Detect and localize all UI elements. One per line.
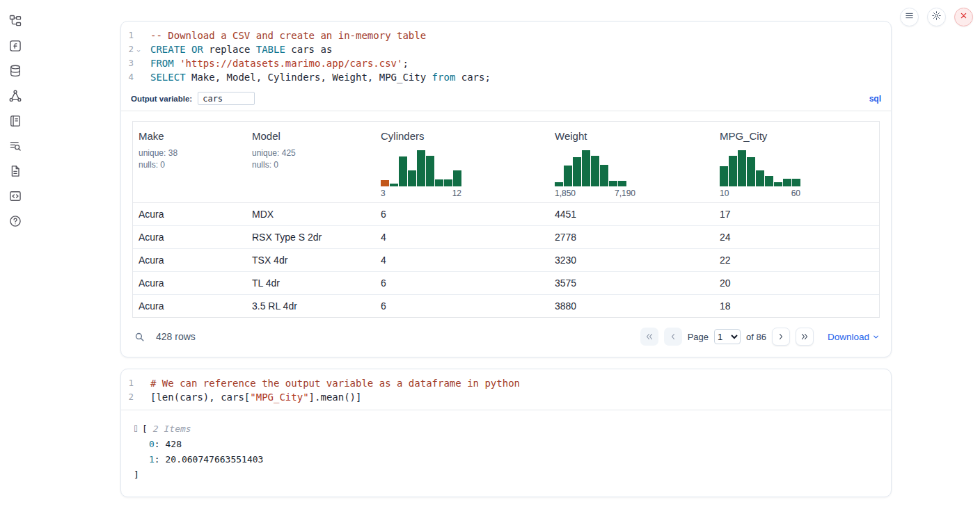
fold-gutter (134, 70, 143, 84)
collapse-chevron-icon[interactable]: ⌷ (134, 421, 142, 437)
snippets-button[interactable] (8, 190, 23, 205)
code-text[interactable]: CREATE OR replace TABLE cars as (143, 42, 332, 56)
column-name: Make (139, 130, 241, 142)
settings-gear-button[interactable] (927, 8, 946, 26)
axis-min-label: 3 (381, 188, 386, 198)
output-tree-items: 0: 4281: 20.060747663551403 (134, 437, 878, 467)
histogram-bar[interactable] (417, 150, 425, 186)
next-page-button[interactable] (772, 328, 790, 346)
notebook-outline-icon (8, 114, 22, 131)
output-variable-input[interactable] (198, 92, 255, 105)
histogram-bar[interactable] (747, 157, 755, 186)
output-tree-item: 0: 428 (134, 437, 878, 452)
histogram-bar[interactable] (618, 181, 626, 186)
column-name: Weight (555, 130, 709, 142)
table-row[interactable]: Acura3.5 RL 4dr6388018 (133, 295, 879, 317)
histogram-bar[interactable] (399, 156, 407, 186)
histogram-bar[interactable] (444, 179, 452, 186)
page-select[interactable]: 1 (714, 329, 741, 344)
histogram-bar[interactable] (435, 179, 443, 186)
table-row[interactable]: AcuraTSX 4dr4323022 (133, 249, 879, 272)
python-code-editor[interactable]: 1# We can reference the output variable … (121, 369, 891, 410)
table-cell: Acura (133, 226, 246, 248)
table-cell: RSX Type S 2dr (246, 226, 375, 248)
code-text[interactable]: -- Download a CSV and create an in-memor… (143, 29, 426, 42)
table-row[interactable]: AcuraMDX6445117 (133, 203, 879, 226)
search-icon[interactable] (132, 330, 146, 344)
histogram-bar[interactable] (564, 166, 572, 186)
fold-gutter (134, 56, 143, 70)
histogram-bar[interactable] (792, 179, 800, 186)
dependency-graph-button[interactable] (8, 90, 23, 105)
documentation-button[interactable] (8, 165, 23, 180)
histogram-bars (381, 150, 461, 186)
page-label: Page (688, 332, 709, 342)
histogram-bar[interactable] (408, 170, 416, 186)
notebook-area: 1-- Download a CSV and create an in-memo… (120, 21, 892, 497)
table-cell: 4 (375, 226, 549, 248)
histogram-bars (555, 150, 635, 186)
column-header-cylinders[interactable]: Cylinders312 (375, 130, 549, 198)
first-page-button[interactable] (640, 328, 658, 346)
histogram-axis-labels: 1060 (720, 188, 800, 198)
histogram-bar[interactable] (453, 170, 461, 186)
datasources-icon (8, 64, 22, 81)
close-button[interactable] (954, 8, 973, 26)
histogram-bar[interactable] (738, 150, 746, 186)
table-cell: Acura (133, 272, 246, 294)
line-number: 3 (125, 56, 134, 70)
column-histogram: 312 (381, 150, 461, 198)
close-bracket: ] (134, 467, 878, 483)
settings-gear-icon (931, 10, 942, 24)
table-cell: 3880 (549, 295, 714, 317)
histogram-bar[interactable] (720, 166, 728, 186)
histogram-bar[interactable] (783, 179, 791, 186)
histogram-bar[interactable] (582, 150, 590, 186)
histogram-bar[interactable] (729, 156, 737, 186)
histogram-bar[interactable] (426, 156, 434, 186)
menu-button[interactable] (900, 8, 919, 26)
sql-code-editor[interactable]: 1-- Download a CSV and create an in-memo… (121, 22, 891, 90)
histogram-bar[interactable] (591, 156, 599, 186)
column-header-model[interactable]: Modelunique: 425nulls: 0 (246, 130, 375, 198)
code-text[interactable]: SELECT Make, Model, Cylinders, Weight, M… (143, 70, 491, 84)
histogram-bar[interactable] (381, 180, 389, 186)
output-tree-header: ⌷ [ 2 Items (134, 421, 878, 437)
axis-max-label: 12 (452, 188, 461, 198)
variables-button[interactable] (8, 40, 23, 55)
histogram-bar[interactable] (555, 182, 563, 186)
column-name: Model (252, 130, 370, 142)
line-number: 1 (125, 29, 134, 42)
datasources-button[interactable] (8, 65, 23, 80)
column-header-make[interactable]: Makeunique: 38nulls: 0 (133, 130, 246, 198)
last-page-button[interactable] (796, 328, 814, 346)
notebook-outline-button[interactable] (8, 115, 23, 130)
histogram-bar[interactable] (774, 182, 782, 186)
fold-gutter (134, 29, 143, 42)
column-header-weight[interactable]: Weight1,8507,190 (549, 130, 714, 198)
dependency-graph-icon (8, 89, 22, 106)
code-text[interactable]: # We can reference the output variable a… (143, 376, 520, 390)
table-cell: 3575 (549, 272, 714, 294)
previous-page-button[interactable] (664, 328, 682, 346)
histogram-bar[interactable] (390, 184, 398, 186)
table-cell: 22 (714, 249, 879, 271)
file-tree-button[interactable] (8, 15, 23, 30)
logs-button[interactable] (8, 140, 23, 155)
code-line: 3FROM 'https://datasets.marimo.app/cars.… (125, 56, 891, 70)
download-button[interactable]: Download (828, 332, 880, 342)
histogram-bar[interactable] (573, 157, 581, 186)
table-row[interactable]: AcuraRSX Type S 2dr4277824 (133, 226, 879, 249)
table-row[interactable]: AcuraTL 4dr6357520 (133, 272, 879, 295)
column-stat: nulls: 0 (139, 159, 241, 171)
chat-help-button[interactable] (8, 215, 23, 230)
histogram-bar[interactable] (600, 165, 608, 186)
histogram-bar[interactable] (609, 181, 617, 186)
column-header-mpg_city[interactable]: MPG_City1060 (714, 130, 879, 198)
code-text[interactable]: [len(cars), cars["MPG_City"].mean()] (143, 390, 361, 404)
column-stat: unique: 425 (252, 147, 370, 159)
code-text[interactable]: FROM 'https://datasets.marimo.app/cars.c… (143, 56, 409, 70)
fold-chevron-icon[interactable]: ⌄ (134, 42, 143, 56)
histogram-bar[interactable] (765, 176, 773, 186)
histogram-bar[interactable] (756, 170, 764, 186)
